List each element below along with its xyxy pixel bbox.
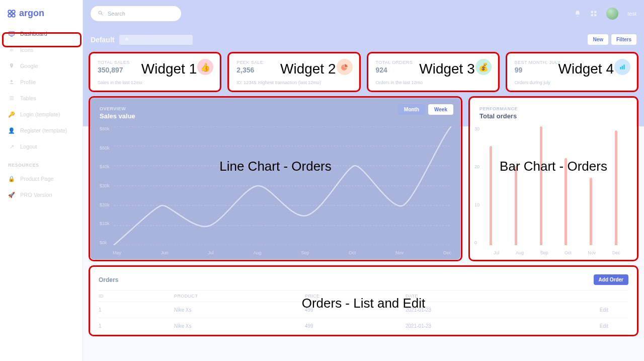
sidebar-item-label: Dashboard [20,31,47,37]
annotation-label: Bar Chart - Orders [470,159,636,174]
widget-total-orders: TOTAL ORDERS 924 Orders in the last 12mo… [369,54,498,90]
svg-rect-9 [591,14,593,16]
orders-table: Orders Add Order ID PRODUCT PRICE DATE 1… [91,267,636,334]
logout-icon: ↗ [8,143,15,150]
user-run-icon: 👤 [8,127,15,134]
sidebar-item-google[interactable]: Google [0,58,83,74]
svg-rect-12 [622,66,623,69]
brand-icon [7,9,16,18]
widget-total-sales: TOTAL SALES 350,897 Sales in the last 12… [91,54,219,90]
search-placeholder: Search [108,11,125,17]
svg-rect-4 [9,32,15,35]
chart-bar-icon [614,59,630,75]
grid-icon[interactable] [590,10,597,17]
sidebar-item-login[interactable]: 🔑 Login (template) [0,106,83,122]
annotation-label: Line Chart - Orders [91,159,460,174]
sidebar-item-logout[interactable]: ↗ Logout [0,138,83,155]
x-axis-labels: JulAugSepOctNovDec [486,250,628,255]
cell-product: Nike Xs [174,323,305,329]
annotation-label: Widget 3 [419,61,475,77]
sidebar-item-label: Tables [20,95,36,101]
svg-rect-7 [591,11,593,13]
bar [540,126,542,245]
bar [590,178,592,245]
sidebar-item-label: Icons [20,47,33,53]
sidebar-item-label: Google [20,63,38,69]
sidebar-item-icons[interactable]: ⚛ Icons [0,42,83,58]
bar [515,166,517,245]
chart-label: PERFORMANCE [479,106,627,111]
user-icon [8,79,15,86]
home-icon [124,37,129,43]
cell-price: 499 [305,323,406,329]
sidebar-item-tables[interactable]: Tables [0,90,83,106]
nav: Dashboard ⚛ Icons Google Profile [0,26,83,203]
table-title: Orders [99,276,118,283]
sidebar-item-register[interactable]: 👤 Register (template) [0,122,83,138]
tab-month[interactable]: Month [398,104,425,115]
brand-text: argon [19,8,44,19]
svg-rect-13 [623,64,624,69]
svg-rect-10 [594,14,596,16]
sidebar-item-label: Profile [20,79,36,85]
sidebar-item-label: Register (template) [20,127,67,133]
topbar: Search test [83,0,644,24]
sidebar-item-profile[interactable]: Profile [0,74,83,90]
page-title: Default [91,36,114,44]
breadcrumb-item: Default [172,37,188,42]
tab-week[interactable]: Week [428,104,453,115]
edit-link[interactable]: Edit [600,323,608,329]
rocket-icon: 🚀 [8,191,15,198]
sidebar-item-product-page[interactable]: 🔒 Product Page [0,171,83,187]
annotation-label: Widget 4 [558,61,614,77]
chart-title: Total orders [479,112,627,120]
pie-icon [337,59,353,75]
main: Search test Default / Dashboar [83,0,644,361]
cell-date: 2021-01-23 [406,323,531,329]
new-button[interactable]: New [588,34,608,45]
atom-icon: ⚛ [8,46,15,53]
widget-best-month: BEST MONTH: JULY 99 Orders during july W… [508,54,636,90]
bell-icon[interactable] [574,10,581,17]
svg-point-0 [8,10,11,13]
lock-icon: 🔒 [8,175,15,182]
widget-sub: Sales in the last 12mo [98,80,212,85]
svg-rect-11 [620,67,621,69]
sidebar-item-label: PRO Version [20,192,52,198]
charts-row: OVERVIEW Sales value Month Week $60k$50k… [83,98,644,267]
annotation-label: Orders - List and Edit [91,296,636,311]
bar-chart-canvas [478,126,628,245]
widgets-row: TOTAL SALES 350,897 Sales in the last 12… [83,54,644,98]
widget-sub: Orders during july [515,80,629,85]
avatar[interactable] [606,8,618,20]
search-icon [98,10,104,17]
sidebar-item-pro-version[interactable]: 🚀 PRO Version [0,187,83,203]
widget-sub: ID: 12345Highest transaction (last 12mo) [236,80,351,85]
key-icon: 🔑 [8,111,15,118]
svg-point-1 [12,10,15,13]
sidebar-item-label: Login (template) [20,111,60,117]
x-axis-labels: MayJunJulAugSepOctNovDec [113,250,451,255]
svg-rect-8 [594,11,596,13]
search-input[interactable]: Search [91,6,181,21]
svg-point-5 [11,80,13,82]
filters-button[interactable]: Filters [611,34,636,45]
svg-point-6 [99,11,102,14]
sidebar-item-label: Product Page [20,176,54,182]
nav-heading-resources: RESOURCES [0,155,83,171]
breadcrumb[interactable]: / Dashboards / Default [119,35,192,45]
breadcrumb-sep: / [132,37,134,42]
pin-icon [8,62,15,69]
sidebar-item-dashboard[interactable]: Dashboard [0,26,83,42]
cell-id: 1 [99,323,174,329]
hand-icon: 👍 [197,59,213,75]
brand-logo[interactable]: argon [0,5,83,26]
widget-sub: Orders in the last 12mo [376,80,491,85]
sidebar-item-label: Logout [20,143,37,150]
money-icon: 💰 [475,59,492,75]
add-order-button[interactable]: Add Order [594,274,628,285]
page-header: Default / Dashboards / Default New Filte… [83,24,644,51]
bar [615,130,617,245]
svg-point-3 [12,14,15,17]
widget-peek-sale: PEEK SALE 2,356 ID: 12345Highest transac… [229,54,358,90]
